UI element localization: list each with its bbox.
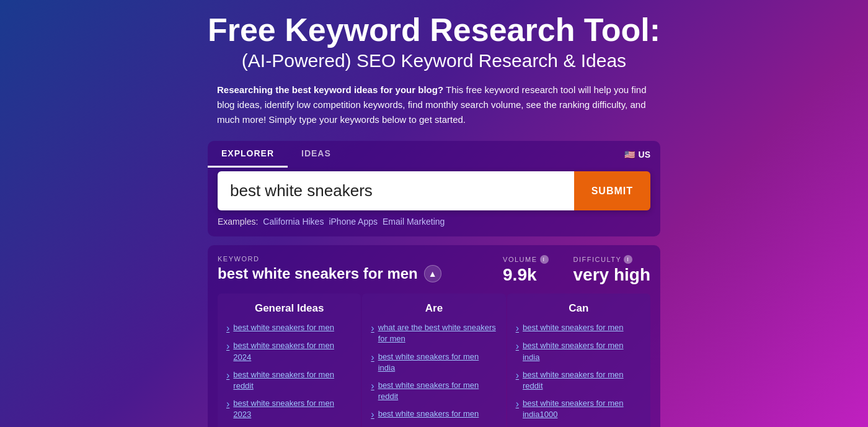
tab-explorer[interactable]: EXPLORER bbox=[208, 141, 288, 168]
idea-link-1-3[interactable]: ›best white sneakers for men bbox=[371, 408, 497, 420]
result-keyword-text: best white sneakers for men bbox=[218, 265, 418, 282]
idea-bullet-icon: › bbox=[516, 322, 519, 334]
idea-bullet-icon: › bbox=[226, 340, 229, 352]
idea-link-0-1[interactable]: ›best white sneakers for men 2024 bbox=[226, 340, 352, 362]
search-input[interactable] bbox=[218, 171, 574, 210]
results-card: KEYWORD best white sneakers for men ▲ VO… bbox=[208, 245, 660, 427]
volume-stat: VOLUME i 9.9k bbox=[503, 255, 548, 285]
tab-ideas[interactable]: IDEAS bbox=[288, 141, 345, 168]
examples-label: Examples: bbox=[218, 217, 258, 227]
idea-column-can: Can›best white sneakers for men›best whi… bbox=[507, 294, 650, 427]
main-title: Free Keyword Research Tool: bbox=[208, 12, 660, 48]
idea-link-text: best white sneakers for men bbox=[378, 408, 479, 420]
idea-bullet-icon: › bbox=[226, 398, 229, 410]
tabs-row: EXPLORER IDEAS 🇺🇸 US bbox=[208, 141, 660, 168]
idea-link-0-0[interactable]: ›best white sneakers for men bbox=[226, 322, 352, 334]
idea-bullet-icon: › bbox=[371, 322, 374, 334]
difficulty-info-icon[interactable]: i bbox=[624, 255, 632, 264]
idea-link-2-1[interactable]: ›best white sneakers for men india bbox=[516, 340, 642, 362]
idea-link-text: what are the best white sneakers for men bbox=[378, 322, 497, 344]
example-iphone-apps[interactable]: iPhone Apps bbox=[329, 217, 378, 227]
sub-title: (AI-Powered) SEO Keyword Research & Idea… bbox=[242, 50, 626, 71]
idea-link-text: best white sneakers for men reddit bbox=[378, 380, 497, 402]
locale-selector[interactable]: 🇺🇸 US bbox=[614, 150, 660, 160]
idea-bullet-icon: › bbox=[371, 380, 374, 392]
idea-link-0-2[interactable]: ›best white sneakers for men reddit bbox=[226, 369, 352, 392]
difficulty-stat: DIFFICULTY i very high bbox=[574, 255, 650, 285]
idea-link-2-0[interactable]: ›best white sneakers for men bbox=[516, 322, 642, 334]
idea-column-title-0: General Ideas bbox=[226, 302, 352, 315]
volume-label: VOLUME i bbox=[503, 255, 548, 264]
example-email-marketing[interactable]: Email Marketing bbox=[383, 217, 445, 227]
page-wrapper: Free Keyword Research Tool: (AI-Powered)… bbox=[0, 12, 868, 427]
idea-bullet-icon: › bbox=[371, 351, 374, 363]
keyword-label: KEYWORD bbox=[218, 255, 441, 263]
search-row: SUBMIT bbox=[218, 171, 650, 210]
idea-link-0-3[interactable]: ›best white sneakers for men 2023 bbox=[226, 398, 352, 420]
idea-bullet-icon: › bbox=[371, 408, 374, 420]
description-box: Researching the best keyword ideas for y… bbox=[211, 83, 657, 127]
tool-container: EXPLORER IDEAS 🇺🇸 US SUBMIT Examples: Ca… bbox=[208, 141, 660, 236]
description-bold: Researching the best keyword ideas for y… bbox=[217, 84, 443, 95]
locale-code: US bbox=[639, 150, 650, 160]
idea-bullet-icon: › bbox=[516, 369, 519, 381]
ideas-grid: General Ideas›best white sneakers for me… bbox=[218, 294, 650, 427]
volume-info-icon[interactable]: i bbox=[540, 255, 549, 264]
idea-column-are: Are›what are the best white sneakers for… bbox=[362, 294, 505, 427]
idea-column-title-1: Are bbox=[371, 302, 497, 315]
idea-bullet-icon: › bbox=[516, 340, 519, 352]
tabs-left: EXPLORER IDEAS bbox=[208, 141, 345, 168]
idea-link-2-2[interactable]: ›best white sneakers for men reddit bbox=[516, 369, 642, 392]
idea-bullet-icon: › bbox=[516, 398, 519, 410]
idea-link-text: best white sneakers for men reddit bbox=[233, 369, 352, 392]
idea-link-text: best white sneakers for men india bbox=[523, 340, 642, 362]
difficulty-label: DIFFICULTY i bbox=[574, 255, 633, 264]
idea-link-text: best white sneakers for men bbox=[233, 322, 334, 333]
idea-link-1-2[interactable]: ›best white sneakers for men reddit bbox=[371, 380, 497, 402]
result-header: KEYWORD best white sneakers for men ▲ VO… bbox=[218, 255, 650, 285]
idea-column-general-ideas: General Ideas›best white sneakers for me… bbox=[218, 294, 361, 427]
idea-link-1-0[interactable]: ›what are the best white sneakers for me… bbox=[371, 322, 497, 344]
submit-button[interactable]: SUBMIT bbox=[574, 171, 650, 210]
idea-column-title-2: Can bbox=[516, 302, 642, 315]
idea-bullet-icon: › bbox=[226, 322, 229, 334]
result-stats: VOLUME i 9.9k DIFFICULTY i very high bbox=[503, 255, 650, 285]
idea-link-text: best white sneakers for men india1000 bbox=[523, 398, 642, 420]
examples-row: Examples: California Hikes iPhone Apps E… bbox=[208, 210, 660, 227]
difficulty-value: very high bbox=[574, 265, 650, 285]
idea-link-2-3[interactable]: ›best white sneakers for men india1000 bbox=[516, 398, 642, 420]
idea-link-text: best white sneakers for men bbox=[523, 322, 624, 333]
result-keyword-row: best white sneakers for men ▲ bbox=[218, 265, 441, 282]
idea-bullet-icon: › bbox=[226, 369, 229, 381]
volume-value: 9.9k bbox=[503, 265, 537, 285]
idea-link-text: best white sneakers for men reddit bbox=[523, 369, 642, 392]
flag-icon: 🇺🇸 bbox=[624, 150, 635, 160]
idea-link-text: best white sneakers for men india bbox=[378, 351, 497, 374]
idea-link-1-1[interactable]: ›best white sneakers for men india bbox=[371, 351, 497, 374]
idea-link-text: best white sneakers for men 2024 bbox=[233, 340, 352, 362]
idea-link-text: best white sneakers for men 2023 bbox=[233, 398, 352, 420]
expand-button[interactable]: ▲ bbox=[424, 265, 441, 282]
example-california-hikes[interactable]: California Hikes bbox=[263, 217, 324, 227]
result-keyword-section: KEYWORD best white sneakers for men ▲ bbox=[218, 255, 441, 282]
